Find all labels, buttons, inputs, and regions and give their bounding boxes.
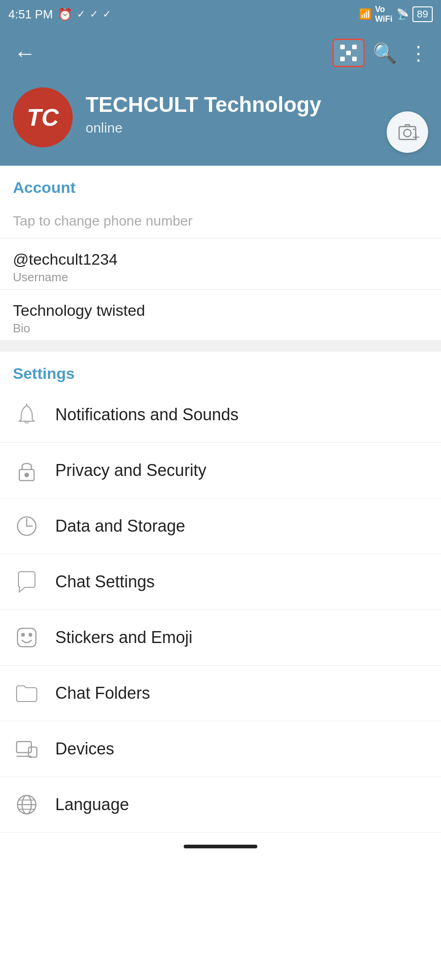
account-label: Account bbox=[0, 166, 441, 201]
section-divider bbox=[0, 341, 441, 352]
settings-item-folders[interactable]: Chat Folders bbox=[0, 666, 441, 721]
chat-label: Chat Settings bbox=[55, 572, 155, 591]
stickers-label: Stickers and Emoji bbox=[55, 628, 192, 647]
notifications-label: Notifications and Sounds bbox=[55, 405, 238, 424]
settings-item-privacy[interactable]: Privacy and Security bbox=[0, 443, 441, 499]
data-label: Data and Storage bbox=[55, 516, 185, 536]
settings-item-devices[interactable]: Devices bbox=[0, 721, 441, 777]
status-bar: 4:51 PM ⏰ ✓ ✓ ✓ 📶 VoWiFi 📡 89 bbox=[0, 0, 441, 28]
vo-wifi-label: VoWiFi bbox=[375, 5, 393, 24]
status-left: 4:51 PM ⏰ ✓ ✓ ✓ bbox=[8, 7, 112, 22]
avatar-text: TC bbox=[27, 104, 58, 131]
lock-icon bbox=[13, 457, 41, 484]
bio-item[interactable]: Technology twisted Bio bbox=[0, 290, 441, 341]
app-bar-right: 🔍 ⋮ bbox=[332, 38, 432, 68]
bio-label: Bio bbox=[13, 321, 428, 336]
avatar: TC bbox=[13, 87, 73, 147]
settings-item-stickers[interactable]: Stickers and Emoji bbox=[0, 610, 441, 666]
chat-icon bbox=[13, 568, 41, 596]
app-bar: ← 🔍 ⋮ bbox=[0, 28, 441, 78]
devices-icon bbox=[13, 735, 41, 763]
sticker-icon bbox=[13, 624, 41, 651]
settings-item-chat[interactable]: Chat Settings bbox=[0, 554, 441, 610]
signal-icon: 📶 bbox=[359, 8, 371, 20]
settings-section: Settings Notifications and Sounds Privac… bbox=[0, 352, 441, 832]
svg-point-8 bbox=[22, 633, 24, 636]
bottom-bar bbox=[0, 832, 441, 860]
alarm-icon: ⏰ bbox=[58, 7, 72, 22]
svg-point-5 bbox=[25, 473, 29, 477]
profile-section: TC TECHCULT Technology online + bbox=[0, 78, 441, 166]
battery-icon: 89 bbox=[412, 6, 433, 22]
profile-name: TECHCULT Technology bbox=[86, 92, 428, 117]
bell-icon bbox=[13, 401, 41, 429]
folders-label: Chat Folders bbox=[55, 684, 150, 703]
profile-info: TECHCULT Technology online bbox=[86, 87, 428, 136]
username-label: Username bbox=[13, 270, 428, 284]
language-label: Language bbox=[55, 795, 129, 814]
status-time: 4:51 PM bbox=[8, 7, 53, 22]
devices-label: Devices bbox=[55, 739, 114, 759]
qr-button[interactable] bbox=[332, 39, 365, 67]
folder-icon bbox=[13, 679, 41, 707]
svg-rect-7 bbox=[17, 628, 36, 647]
phone-number-tap[interactable]: Tap to change phone number bbox=[0, 201, 441, 238]
qr-icon bbox=[340, 45, 357, 61]
wifi-icon: 📡 bbox=[396, 8, 409, 20]
settings-item-data[interactable]: Data and Storage bbox=[0, 499, 441, 554]
settings-label: Settings bbox=[0, 352, 441, 387]
username-item[interactable]: @techcult1234 Username bbox=[0, 238, 441, 290]
account-section: Account Tap to change phone number @tech… bbox=[0, 166, 441, 341]
svg-point-9 bbox=[29, 633, 32, 636]
username-value: @techcult1234 bbox=[13, 250, 428, 268]
back-button[interactable]: ← bbox=[9, 36, 41, 70]
svg-point-1 bbox=[404, 129, 411, 137]
bio-value: Technology twisted bbox=[13, 302, 428, 319]
more-button[interactable]: ⋮ bbox=[405, 38, 432, 68]
profile-status: online bbox=[86, 120, 428, 136]
data-icon bbox=[13, 512, 41, 540]
settings-item-notifications[interactable]: Notifications and Sounds bbox=[0, 387, 441, 443]
privacy-label: Privacy and Security bbox=[55, 461, 206, 480]
app-bar-left: ← bbox=[9, 36, 41, 70]
home-indicator bbox=[184, 845, 257, 848]
check-icons: ✓ ✓ ✓ bbox=[77, 8, 112, 20]
status-right: 📶 VoWiFi 📡 89 bbox=[359, 5, 433, 24]
add-photo-button[interactable]: + bbox=[387, 111, 428, 153]
settings-item-language[interactable]: Language bbox=[0, 777, 441, 832]
globe-icon bbox=[13, 791, 41, 818]
search-button[interactable]: 🔍 bbox=[369, 38, 400, 68]
